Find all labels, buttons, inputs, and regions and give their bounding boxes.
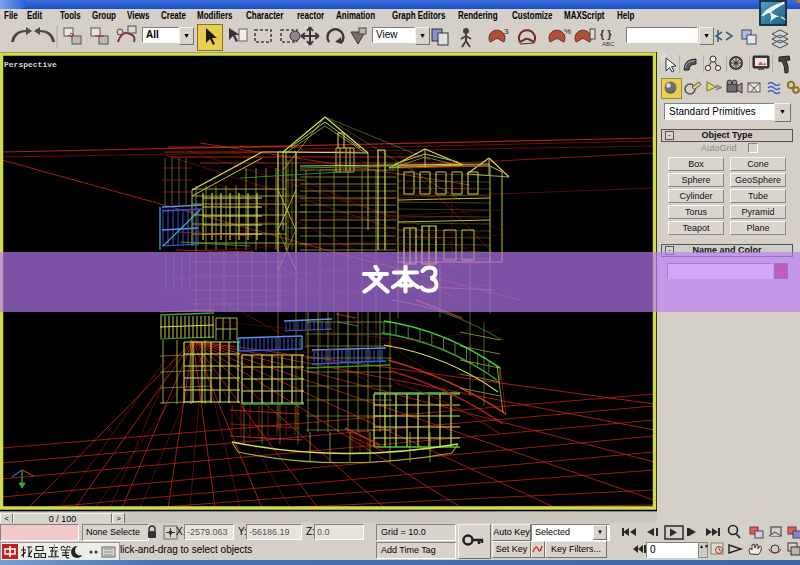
svg-text:%: % <box>564 27 571 36</box>
svg-text:3: 3 <box>504 27 509 36</box>
svg-text:{ }: { } <box>600 28 612 40</box>
svg-text:Perspective: Perspective <box>4 60 57 69</box>
svg-text:ABC: ABC <box>602 41 615 47</box>
